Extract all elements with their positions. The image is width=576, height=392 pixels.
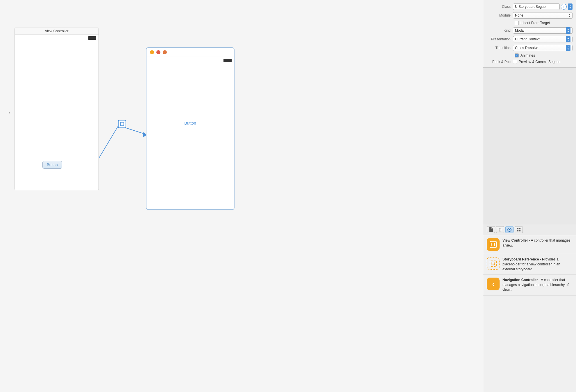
library-toolbar: {}: [483, 224, 576, 235]
vc2-battery: [223, 59, 232, 62]
class-arrows[interactable]: ▲▼: [568, 3, 573, 10]
dot-orange: [163, 50, 167, 54]
attribute-inspector: Class UIStoryboardSegue + ▲▼ Module None…: [483, 0, 576, 68]
svg-line-1: [126, 128, 147, 135]
peek-pop-text: Preview & Commit Segues: [519, 60, 560, 64]
dot-red: [156, 50, 160, 54]
animates-checkbox[interactable]: ✓: [515, 53, 519, 57]
transition-row: Transition Cross Dissolve ▲▼: [483, 44, 576, 52]
animates-label: Animates: [520, 53, 535, 57]
inherit-checkbox[interactable]: [515, 21, 519, 25]
module-label: Module: [487, 13, 513, 17]
peek-pop-row: Peek & Pop Preview & Commit Segues: [483, 59, 576, 65]
library-text-sr: Storyboard Reference - Provides a placeh…: [502, 257, 573, 271]
svg-rect-6: [519, 228, 520, 229]
class-control: UIStoryboardSegue + ▲▼: [513, 3, 573, 10]
svg-rect-7: [517, 230, 518, 231]
library-item-sr[interactable]: Storyboard Reference - Provides a placeh…: [483, 254, 576, 275]
kind-row: Kind Modal ▲▼: [483, 26, 576, 35]
class-field[interactable]: UIStoryboardSegue: [513, 3, 560, 10]
view-controller-1[interactable]: View Controller Button: [15, 28, 99, 190]
transition-label: Transition: [487, 46, 513, 50]
view-controller-2[interactable]: Button: [146, 47, 235, 210]
animates-row: ✓ Animates: [483, 52, 576, 59]
kind-control: Modal ▲▼: [513, 27, 573, 34]
inherit-row: Inherit From Target: [483, 20, 576, 26]
class-add-button[interactable]: +: [561, 4, 567, 10]
class-row: Class UIStoryboardSegue + ▲▼: [483, 2, 576, 11]
library-tab-library[interactable]: [515, 226, 523, 233]
presentation-control: Current Context ▲▼: [513, 36, 573, 42]
class-label: Class: [487, 5, 513, 9]
inspector-panel: Class UIStoryboardSegue + ▲▼ Module None…: [483, 0, 576, 392]
svg-rect-5: [517, 228, 518, 229]
inspector-spacer: [483, 68, 576, 224]
vc1-title: View Controller: [15, 28, 99, 35]
library-text-vc: View Controller - A controller that mana…: [502, 238, 573, 248]
entry-point-arrow: →: [6, 110, 11, 116]
library-tab-object[interactable]: [505, 226, 514, 233]
storyboard-canvas[interactable]: → View Controller Button B: [0, 0, 483, 392]
svg-point-4: [509, 229, 510, 230]
svg-rect-8: [519, 230, 520, 231]
library-item-nc[interactable]: ‹ Navigation Controller - A controller t…: [483, 275, 576, 295]
inherit-label: Inherit From Target: [520, 21, 550, 25]
svg-rect-9: [492, 243, 495, 246]
library-items: View Controller - A controller that mana…: [483, 235, 576, 392]
presentation-arrows[interactable]: ▲▼: [566, 36, 570, 42]
svg-rect-10: [492, 262, 495, 265]
presentation-select[interactable]: Current Context ▲▼: [513, 36, 573, 42]
peek-pop-label: Peek & Pop: [487, 60, 513, 64]
segue-icon-inner: [120, 122, 124, 126]
library-item-vc[interactable]: View Controller - A controller that mana…: [483, 235, 576, 254]
vc1-battery: [88, 36, 96, 40]
kind-select[interactable]: Modal ▲▼: [513, 27, 573, 34]
kind-label: Kind: [487, 28, 513, 33]
library-tab-file[interactable]: [487, 226, 495, 233]
module-row: Module None ▲▼: [483, 11, 576, 20]
module-select[interactable]: None ▲▼: [513, 12, 573, 19]
library-text-nc: Navigation Controller - A controller tha…: [502, 278, 573, 292]
presentation-row: Presentation Current Context ▲▼: [483, 35, 576, 44]
presentation-label: Presentation: [487, 37, 513, 41]
transition-arrows[interactable]: ▲▼: [566, 45, 570, 51]
vc2-button-label: Button: [184, 121, 196, 125]
library-icon-sr: [487, 257, 500, 270]
kind-arrows[interactable]: ▲▼: [566, 27, 570, 34]
transition-select[interactable]: Cross Dissolve ▲▼: [513, 45, 573, 51]
library-tab-code[interactable]: {}: [496, 226, 504, 233]
library-icon-vc: [487, 238, 500, 251]
vc1-button[interactable]: Button: [42, 161, 62, 169]
peek-pop-checkbox[interactable]: [513, 60, 517, 64]
dot-yellow: [150, 50, 154, 54]
library-icon-nc: ‹: [487, 278, 500, 290]
module-control: None ▲▼: [513, 12, 573, 19]
segue-icon[interactable]: [118, 120, 126, 128]
transition-control: Cross Dissolve ▲▼: [513, 45, 573, 51]
vc2-titlebar: [146, 48, 234, 57]
